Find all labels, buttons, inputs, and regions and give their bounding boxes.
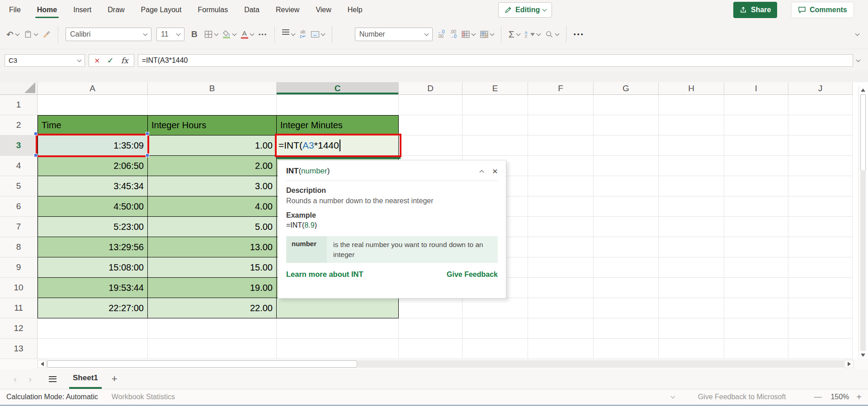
cell-A13[interactable]	[38, 339, 148, 359]
menu-view[interactable]: View	[314, 0, 333, 20]
collapse-tooltip-icon[interactable]	[479, 170, 484, 174]
cell-J5[interactable]	[788, 176, 853, 196]
cell-I3[interactable]	[724, 135, 788, 156]
vertical-scroll-thumb[interactable]	[860, 94, 866, 171]
column-header-E[interactable]: E	[462, 82, 528, 95]
cell-J8[interactable]	[788, 237, 853, 257]
cell-B8[interactable]: 13.00	[148, 237, 277, 257]
borders-button[interactable]	[204, 31, 218, 38]
row-header-9[interactable]: 9	[0, 257, 38, 278]
font-name-select[interactable]: Calibri	[66, 28, 151, 41]
cell-I6[interactable]	[724, 196, 788, 217]
scroll-down-icon[interactable]	[859, 351, 867, 359]
ribbon-collapse-icon[interactable]	[855, 32, 860, 36]
row-header-11[interactable]: 11	[0, 298, 38, 318]
confirm-entry-button[interactable]: ✓	[107, 56, 114, 65]
undo-button[interactable]: ↶	[6, 29, 19, 40]
format-painter-button[interactable]	[42, 31, 51, 38]
cell-A5[interactable]: 3:45:34	[38, 176, 148, 196]
conditional-formatting-button[interactable]	[462, 31, 475, 38]
more-font-options-button[interactable]: •••	[259, 31, 268, 38]
cell-J12[interactable]	[788, 318, 853, 339]
menu-page-layout[interactable]: Page Layout	[139, 0, 184, 20]
cell-H13[interactable]	[659, 339, 724, 359]
cell-J1[interactable]	[788, 95, 853, 115]
row-header-3[interactable]: 3	[0, 135, 38, 156]
cell-I1[interactable]	[724, 95, 788, 115]
give-feedback-link[interactable]: Give Feedback	[447, 271, 498, 279]
cell-E3[interactable]	[462, 135, 528, 156]
zoom-level[interactable]: 150%	[830, 393, 849, 401]
cell-J9[interactable]	[788, 257, 853, 278]
cell-H4[interactable]	[659, 156, 724, 176]
fill-color-button[interactable]	[223, 30, 236, 38]
column-header-G[interactable]: G	[594, 82, 659, 95]
vertical-scrollbar[interactable]	[859, 86, 867, 359]
column-header-F[interactable]: F	[528, 82, 594, 95]
zoom-out-button[interactable]: —	[814, 392, 821, 401]
row-header-13[interactable]: 13	[0, 339, 38, 359]
cell-H1[interactable]	[659, 95, 724, 115]
cell-J3[interactable]	[788, 135, 853, 156]
column-header-A[interactable]: A	[38, 82, 148, 95]
cell-D12[interactable]	[399, 318, 462, 339]
cell-H5[interactable]	[659, 176, 724, 196]
share-button[interactable]: Share	[733, 2, 777, 18]
scroll-up-icon[interactable]	[859, 86, 867, 94]
cell-J4[interactable]	[788, 156, 853, 176]
cell-D2[interactable]	[399, 115, 462, 135]
cell-F9[interactable]	[528, 257, 594, 278]
column-header-B[interactable]: B	[148, 82, 277, 95]
cell-H7[interactable]	[659, 217, 724, 237]
row-header-10[interactable]: 10	[0, 278, 38, 298]
cell-G13[interactable]	[594, 339, 659, 359]
cell-E1[interactable]	[462, 95, 528, 115]
cell-I9[interactable]	[724, 257, 788, 278]
find-button[interactable]	[545, 31, 559, 38]
select-all-button[interactable]	[0, 82, 38, 95]
cell-E13[interactable]	[462, 339, 528, 359]
cell-I13[interactable]	[724, 339, 788, 359]
cell-A8[interactable]: 13:29:56	[38, 237, 148, 257]
menu-home[interactable]: Home	[35, 0, 59, 20]
cell-B7[interactable]: 5.00	[148, 217, 277, 237]
cell-F2[interactable]	[528, 115, 594, 135]
cell-A7[interactable]: 5:23:00	[38, 217, 148, 237]
number-format-select[interactable]: Number	[355, 28, 433, 41]
cell-I11[interactable]	[724, 298, 788, 318]
cell-J2[interactable]	[788, 115, 853, 135]
formula-edit-cell[interactable]: =INT(A3*1440	[277, 135, 399, 156]
cell-H12[interactable]	[659, 318, 724, 339]
cell-F6[interactable]	[528, 196, 594, 217]
cell-F13[interactable]	[528, 339, 594, 359]
row-header-12[interactable]: 12	[0, 318, 38, 339]
cell-G6[interactable]	[594, 196, 659, 217]
row-header-7[interactable]: 7	[0, 217, 38, 237]
formula-input[interactable]: =INT(A3*1440	[138, 54, 853, 67]
cell-G11[interactable]	[594, 298, 659, 318]
row-header-4[interactable]: 4	[0, 156, 38, 176]
cell-I12[interactable]	[724, 318, 788, 339]
cell-E11[interactable]	[462, 298, 528, 318]
cell-A4[interactable]: 2:06:50	[38, 156, 148, 176]
name-box[interactable]: C3	[5, 54, 85, 67]
cell-B11[interactable]: 22.00	[148, 298, 277, 318]
learn-more-link[interactable]: Learn more about INT	[286, 270, 363, 279]
menu-review[interactable]: Review	[274, 0, 301, 20]
cell-G3[interactable]	[594, 135, 659, 156]
cell-I5[interactable]	[724, 176, 788, 196]
feedback-link[interactable]: Give Feedback to Microsoft	[698, 393, 786, 401]
cell-G1[interactable]	[594, 95, 659, 115]
cell-D3[interactable]	[399, 135, 462, 156]
menu-draw[interactable]: Draw	[106, 0, 126, 20]
cell-D11[interactable]	[399, 298, 462, 318]
cell-H9[interactable]	[659, 257, 724, 278]
cell-J6[interactable]	[788, 196, 853, 217]
cell-F12[interactable]	[528, 318, 594, 339]
cell-A2[interactable]: Time	[38, 115, 148, 135]
paste-button[interactable]	[24, 31, 38, 38]
cell-I7[interactable]	[724, 217, 788, 237]
cell-C11[interactable]	[277, 298, 399, 318]
cell-A10[interactable]: 19:53:44	[38, 278, 148, 298]
cell-I4[interactable]	[724, 156, 788, 176]
